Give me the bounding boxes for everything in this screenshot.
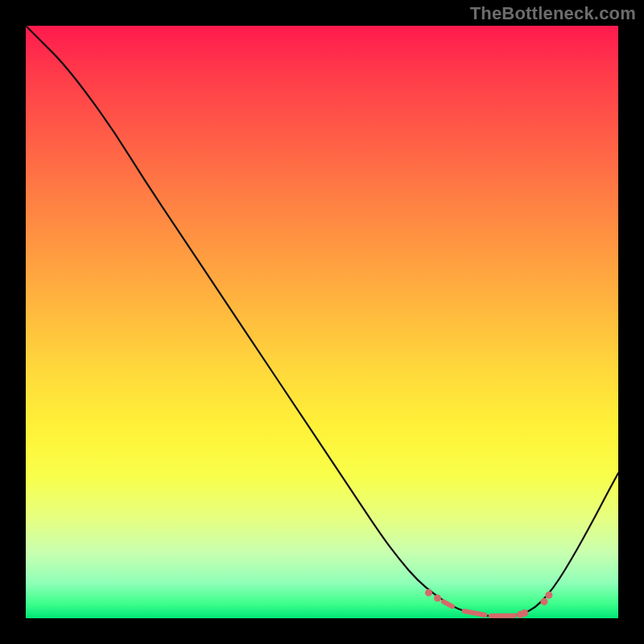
bottleneck-curve — [26, 26, 618, 617]
curve-svg — [26, 26, 618, 618]
curve-marker-dot — [545, 592, 552, 599]
curve-marker-dot — [434, 594, 441, 601]
curve-marker-dot — [521, 609, 528, 617]
curve-marker-dash — [444, 601, 452, 606]
plot-area — [26, 26, 618, 618]
marker-layer — [425, 589, 552, 618]
watermark-text: TheBottleneck.com — [470, 3, 636, 24]
chart-frame: TheBottleneck.com — [0, 0, 644, 644]
curve-marker-dot — [425, 589, 432, 597]
curve-marker-dash — [464, 611, 485, 615]
curve-marker-dot — [541, 598, 548, 605]
